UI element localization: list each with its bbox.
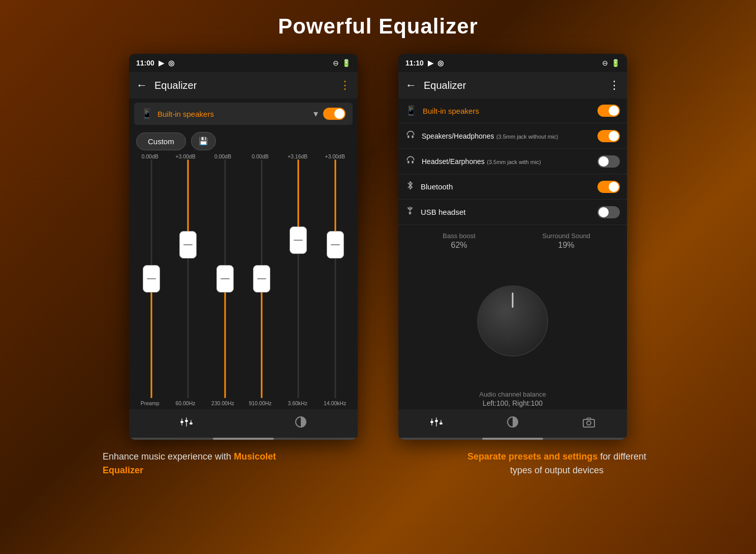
headphones-toggle[interactable]: [597, 130, 620, 142]
freq-labels-row: Preamp 60.00Hz 230.00Hz 910.00Hz 3.60kHz…: [129, 398, 358, 409]
svg-rect-7: [407, 136, 409, 138]
back-button-right[interactable]: ←: [405, 79, 417, 92]
thumb-line-1: [183, 244, 193, 245]
thumb-line-0: [147, 278, 156, 279]
audio-balance-knob[interactable]: [477, 285, 548, 356]
svg-rect-10: [412, 161, 414, 164]
status-left-left: 11:00 ▶ ◎: [136, 59, 174, 67]
circle-half-nav-icon-left[interactable]: [294, 415, 307, 432]
headphones-info: Speakers/Headphones (3.5mm jack without …: [422, 132, 597, 141]
caption-left: Enhance music experience with Musicolet …: [103, 450, 296, 477]
svg-point-19: [587, 421, 591, 425]
svg-rect-14: [430, 421, 433, 423]
freq-label-0: Preamp: [133, 400, 167, 406]
slider-col-0[interactable]: [133, 159, 170, 398]
status-bar-right: 11:10 ▶ ◎ ⊖ 🔋: [398, 54, 627, 72]
surround-col: Surround Sound 19%: [513, 232, 620, 250]
battery-icon-right: 🔋: [611, 59, 620, 67]
slider-col-2[interactable]: [207, 159, 243, 398]
appbar-title-right: Equalizer: [424, 80, 609, 91]
fill-0: [151, 279, 152, 398]
thumb-line-3: [257, 278, 266, 279]
bluetooth-toggle[interactable]: [597, 181, 620, 193]
captions-area: Enhance music experience with Musicolet …: [0, 440, 756, 477]
bluetooth-icon: [405, 180, 415, 193]
svg-rect-3: [180, 421, 183, 423]
slider-col-4[interactable]: [280, 159, 317, 398]
device-item-usb[interactable]: USB headset: [398, 200, 627, 225]
play-icon-right: ▶: [428, 59, 433, 67]
circle-half-nav-icon-right[interactable]: [506, 415, 519, 432]
freq-label-2: 230.00Hz: [204, 400, 242, 406]
custom-preset-button[interactable]: Custom: [136, 133, 186, 150]
minus-icon-left: ⊖: [333, 59, 339, 67]
freq-label-4: 3.60kHz: [279, 400, 317, 406]
thumb-3[interactable]: [253, 265, 270, 292]
earphones-name: Headset/Earphones: [422, 157, 485, 166]
preset-row-left: Custom 💾: [129, 129, 358, 153]
eq-nav-icon-left[interactable]: [180, 416, 193, 431]
builtin-toggle[interactable]: [597, 105, 620, 117]
caption-left-plain: Enhance music experience with: [103, 451, 234, 462]
fill-5: [334, 159, 336, 243]
device-item-earphones[interactable]: Headset/Earphones (3.5mm jack with mic): [398, 149, 627, 174]
right-phone-screen: 11:10 ▶ ◎ ⊖ 🔋 ← Equalizer ⋮ 📱 Built-in s…: [398, 54, 627, 440]
bass-surround-section: Bass boost 62% Surround Sound 19%: [398, 225, 627, 252]
time-left: 11:00: [136, 59, 154, 67]
fill-1: [187, 159, 189, 243]
camera-nav-icon-right[interactable]: [582, 416, 595, 431]
bluetooth-name: Bluetooth: [421, 182, 597, 191]
caption-right: Separate presets and settings for differ…: [460, 450, 653, 477]
appbar-title-left: Equalizer: [154, 80, 339, 91]
headphones-icon: [405, 129, 416, 142]
earphones-icon: [405, 155, 416, 168]
slider-col-5[interactable]: [317, 159, 354, 398]
thumb-5[interactable]: [327, 231, 344, 258]
slider-col-1[interactable]: [170, 159, 206, 398]
db-labels-row: 0.00dB +3.00dB 0.00dB 0.00dB +3.16dB +3.…: [129, 153, 358, 159]
more-button-left[interactable]: ⋮: [339, 79, 351, 92]
bottom-nav-left: [129, 409, 358, 438]
channel-balance-value: Left:100, Right:100: [398, 399, 627, 407]
speaker-toggle-left[interactable]: [323, 108, 345, 120]
status-right-left: ⊖ 🔋: [333, 59, 351, 67]
thumb-1[interactable]: [179, 231, 197, 258]
db-label-1: +3.00dB: [167, 153, 204, 159]
more-button-right[interactable]: ⋮: [609, 79, 620, 92]
knob-area: [398, 252, 627, 387]
thumb-0[interactable]: [143, 265, 160, 292]
device-item-headphones[interactable]: Speakers/Headphones (3.5mm jack without …: [398, 123, 627, 149]
slider-col-3[interactable]: [243, 159, 280, 398]
thumb-line-2: [220, 278, 230, 279]
thumb-2[interactable]: [216, 265, 234, 292]
caption-right-text: Separate presets and settings for differ…: [460, 450, 653, 477]
eq-nav-icon-right[interactable]: [430, 416, 443, 431]
battery-icon-left: 🔋: [342, 59, 351, 67]
earphones-sub: (3.5mm jack with mic): [487, 159, 541, 165]
builtin-name: Built-in speakers: [423, 107, 597, 115]
usb-icon: [405, 206, 415, 218]
freq-label-1: 60.00Hz: [167, 400, 204, 406]
usb-name: USB headset: [421, 208, 597, 216]
usb-toggle[interactable]: [597, 206, 620, 218]
db-label-4: +3.16dB: [279, 153, 317, 159]
speaker-selector-left[interactable]: 📱 Built-in speakers ▾: [134, 103, 353, 125]
page-title: Powerful Equalizer: [0, 0, 756, 54]
screens-container: 11:00 ▶ ◎ ⊖ 🔋 ← Equalizer ⋮ 📱 Built-in s…: [0, 54, 756, 440]
thumb-4[interactable]: [290, 226, 307, 254]
svg-rect-15: [435, 420, 438, 422]
app-bar-right: ← Equalizer ⋮: [398, 72, 627, 99]
earphones-toggle[interactable]: [597, 155, 620, 168]
circle-icon-left: ◎: [168, 59, 174, 67]
dropdown-arrow-left[interactable]: ▾: [313, 108, 318, 119]
thumb-line-5: [331, 244, 340, 245]
device-item-bluetooth[interactable]: Bluetooth: [398, 174, 627, 200]
bass-boost-value: 62%: [405, 241, 513, 250]
home-indicator-left: [129, 438, 358, 440]
device-item-builtin[interactable]: 📱 Built-in speakers: [398, 99, 627, 123]
time-right: 11:10: [405, 59, 424, 67]
earphones-info: Headset/Earphones (3.5mm jack with mic): [422, 157, 597, 166]
save-preset-button[interactable]: 💾: [191, 132, 216, 150]
back-button-left[interactable]: ←: [136, 79, 147, 92]
save-icon: 💾: [199, 137, 208, 146]
